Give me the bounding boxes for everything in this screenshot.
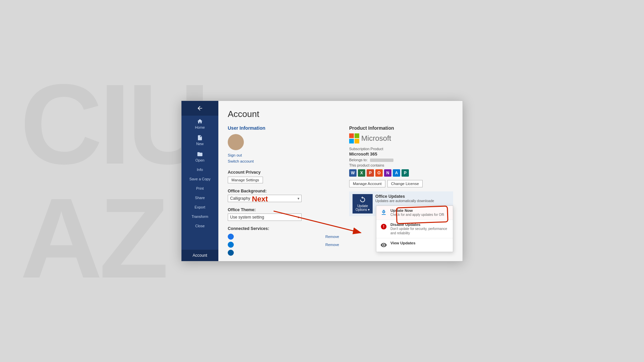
sidebar-item-home[interactable]: Home [181, 116, 218, 132]
manage-settings-button[interactable]: Manage Settings [228, 177, 263, 183]
ms-square-blue [349, 139, 354, 143]
ms-square-green [355, 133, 359, 138]
belongs-value [370, 159, 393, 162]
subscription-label: Subscription Product [349, 147, 453, 151]
belongs-label: Belongs to: [349, 158, 453, 162]
service-row-2: Remove [228, 242, 339, 248]
office-updates-description: Updates are automatically downloade [375, 199, 434, 203]
manage-account-button[interactable]: Manage Account [349, 180, 385, 187]
sidebar-item-account[interactable]: Account [181, 250, 218, 261]
user-info-title: User Information [228, 125, 339, 131]
sidebar-item-transform[interactable]: Transform [181, 212, 218, 221]
sidebar-info-label: Info [197, 168, 203, 172]
sidebar-open-label: Open [196, 158, 205, 162]
office-background-label: Office Background: [228, 189, 339, 193]
user-avatar [228, 134, 244, 150]
product-info-title: Product Information [349, 125, 453, 131]
ms-square-yellow [355, 139, 359, 143]
office-theme-block: Office Theme: Use system setting Colorfu… [228, 207, 339, 221]
sidebar: Home New Open Info Save a Copy Print Sha… [181, 101, 218, 261]
app-icon-word: W [349, 169, 357, 177]
user-links: Sign out Switch account [228, 152, 339, 165]
update-options-button[interactable]: UpdateOptions ▾ [353, 194, 373, 214]
service-row-1: Remove [228, 234, 339, 240]
main-content: Account User Information Sign out Switch… [218, 101, 463, 261]
sidebar-account-label: Account [193, 253, 207, 258]
office-updates-section: UpdateOptions ▾ Office Updates Updates a… [349, 191, 453, 216]
app-icon-powerpoint: P [367, 169, 374, 177]
microsoft-logo: Microsoft [349, 133, 453, 143]
view-updates-title: View Updates [390, 241, 416, 245]
view-updates-icon [380, 241, 388, 249]
subscription-name: Microsoft 365 [349, 152, 453, 157]
sidebar-item-export[interactable]: Export [181, 202, 218, 212]
service-icon-2 [228, 242, 234, 248]
update-dropdown-menu: Update Now Check for and apply updates f… [376, 205, 453, 252]
sidebar-share-label: Share [195, 196, 205, 200]
app-icon-onenote: N [384, 169, 391, 177]
office-theme-label: Office Theme: [228, 207, 339, 212]
update-now-description: Check for and apply updates for Offi [390, 213, 444, 217]
sidebar-transform-label: Transform [192, 215, 208, 219]
sidebar-item-share[interactable]: Share [181, 193, 218, 202]
dropdown-item-update-now[interactable]: Update Now Check for and apply updates f… [376, 206, 453, 220]
sidebar-new-label: New [196, 142, 204, 146]
disable-updates-icon [380, 223, 388, 231]
switch-account-link[interactable]: Switch account [228, 158, 339, 164]
office-updates-title: Office Updates [375, 194, 434, 199]
sidebar-item-open[interactable]: Open [181, 148, 218, 165]
service-icon-3 [228, 250, 234, 256]
office-background-select-wrap: Calligraphy None Abstract Underwater Bub… [228, 195, 302, 202]
new-doc-icon [197, 135, 203, 141]
product-contains-label: This product contains [349, 163, 453, 167]
disable-updates-title: Disable Updates [390, 223, 449, 227]
remove-link-2[interactable]: Remove [325, 243, 339, 247]
bg-text: CIUAZ [20, 67, 207, 295]
home-icon [197, 118, 203, 124]
office-background-select[interactable]: Calligraphy None Abstract Underwater Bub… [228, 195, 302, 202]
open-folder-icon [197, 151, 203, 157]
page-title: Account [228, 109, 453, 119]
sidebar-item-close[interactable]: Close [181, 221, 218, 231]
right-column: Product Information Microsoft Subscripti… [349, 125, 453, 258]
app-icon-access: A [393, 169, 400, 177]
sidebar-item-info[interactable]: Info [181, 165, 218, 174]
dropdown-item-disable-updates[interactable]: Disable Updates Don't update for securit… [376, 220, 453, 238]
change-license-button[interactable]: Change License [387, 180, 423, 187]
account-privacy-title: Account Privacy [228, 170, 339, 175]
disable-updates-description: Don't update for security, performance a… [390, 227, 449, 235]
update-now-title: Update Now [390, 208, 444, 213]
sidebar-item-new[interactable]: New [181, 132, 218, 148]
content-columns: User Information Sign out Switch account… [228, 125, 453, 258]
disable-updates-text: Disable Updates Don't update for securit… [390, 223, 449, 235]
update-now-icon [380, 208, 388, 217]
update-icon [359, 196, 366, 203]
office-account-window: Home New Open Info Save a Copy Print Sha… [181, 101, 463, 261]
update-now-text: Update Now Check for and apply updates f… [390, 208, 444, 217]
action-buttons-row: Manage Account Change License [349, 180, 453, 187]
connected-services-title: Connected Services: [228, 226, 339, 231]
sign-out-link[interactable]: Sign out [228, 152, 339, 158]
app-icon-excel: X [358, 169, 365, 177]
service-icon-1 [228, 234, 234, 240]
office-background-block: Office Background: Calligraphy None Abst… [228, 189, 339, 202]
sidebar-print-label: Print [196, 186, 204, 190]
connected-services-block: Connected Services: Remove Remove [228, 226, 339, 256]
left-column: User Information Sign out Switch account… [228, 125, 339, 258]
back-arrow-icon [197, 105, 203, 112]
update-options-label: UpdateOptions ▾ [356, 204, 370, 212]
office-theme-select-wrap: Use system setting Colorful Dark Gray Bl… [228, 214, 302, 221]
remove-link-1[interactable]: Remove [325, 235, 339, 239]
service-row-3 [228, 250, 339, 256]
sidebar-item-print[interactable]: Print [181, 184, 218, 193]
back-button[interactable] [181, 101, 218, 116]
sidebar-export-label: Export [195, 205, 205, 209]
ms-squares [349, 133, 359, 143]
office-theme-select[interactable]: Use system setting Colorful Dark Gray Bl… [228, 214, 302, 221]
view-updates-text: View Updates [390, 241, 416, 245]
app-icons-row: W X P O N A P [349, 169, 453, 177]
sidebar-item-save-copy[interactable]: Save a Copy [181, 174, 218, 184]
account-privacy-block: Account Privacy Manage Settings [228, 170, 339, 183]
dropdown-item-view-updates[interactable]: View Updates [376, 238, 453, 252]
app-icon-outlook: O [375, 169, 383, 177]
